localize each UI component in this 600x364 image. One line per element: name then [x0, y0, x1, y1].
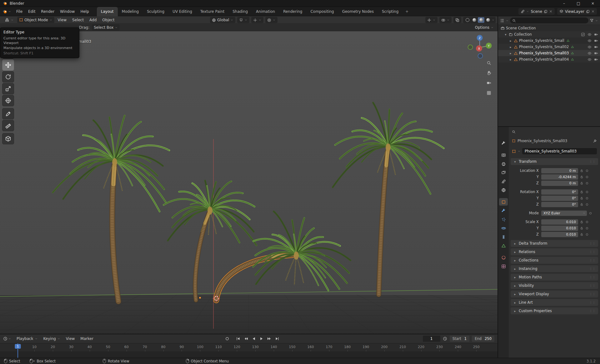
pan-button[interactable]	[485, 69, 493, 77]
number-field[interactable]: -0.4244 m	[541, 174, 578, 180]
workspace-tab-rendering[interactable]: Rendering	[279, 7, 306, 16]
workspace-tab-uv-editing[interactable]: UV Editing	[168, 7, 196, 16]
outliner-row-object[interactable]: ▸Phoenix_Sylvestris_Small02	[498, 44, 600, 50]
drag-mode-selector[interactable]: Select Box	[92, 24, 120, 31]
editor-type-button[interactable]	[2, 17, 17, 23]
viewport-menu-view[interactable]: View	[55, 17, 69, 23]
outliner-row-object[interactable]: ▸Phoenix_Sylvestris_Small	[498, 37, 600, 44]
properties-tab-object-data[interactable]	[499, 242, 508, 249]
number-field[interactable]: 0°	[541, 202, 578, 207]
section-collections[interactable]: ▸Collections⋮⋮	[511, 257, 598, 264]
properties-tab-material[interactable]	[499, 254, 508, 261]
lock-icon[interactable]	[580, 220, 583, 224]
new-view-layer-icon[interactable]	[586, 10, 590, 13]
number-field[interactable]: 0.010	[541, 226, 578, 231]
show-overlays-toggle[interactable]	[439, 17, 452, 23]
chevron-down-icon[interactable]	[518, 150, 521, 153]
outliner-row-object[interactable]: ▸Phoenix_Sylvestris_Small03	[498, 50, 600, 56]
navigation-gizmo[interactable]: Z Y X	[467, 33, 493, 60]
animate-decorator[interactable]	[586, 176, 588, 178]
lock-icon[interactable]	[580, 175, 583, 179]
snap-target-selector[interactable]	[251, 17, 263, 23]
add-cube-tool-button[interactable]	[2, 133, 14, 144]
proportional-editing-toggle[interactable]	[265, 17, 278, 23]
lock-icon[interactable]	[580, 233, 583, 236]
properties-tab-constraints[interactable]	[499, 233, 508, 241]
number-field[interactable]: 0 m	[541, 181, 578, 186]
workspace-tab-texture-paint[interactable]: Texture Paint	[196, 7, 228, 16]
lock-icon[interactable]	[580, 203, 583, 206]
animate-decorator[interactable]	[586, 203, 588, 206]
pin-icon[interactable]	[593, 139, 597, 143]
eye-icon[interactable]	[588, 57, 592, 62]
section-instancing[interactable]: ▸Instancing⋮⋮	[511, 265, 598, 272]
animate-decorator[interactable]	[586, 170, 588, 172]
shading-material-preview-button[interactable]	[478, 17, 484, 23]
properties-tab-scene[interactable]	[499, 177, 508, 185]
outliner-search-input[interactable]	[510, 17, 588, 23]
timeline-ruler[interactable]: 1020304050607080901001101201301401501601…	[0, 343, 498, 358]
animate-decorator[interactable]	[586, 191, 588, 193]
orthographic-toggle-button[interactable]	[485, 89, 493, 97]
timeline-channel-area[interactable]	[0, 352, 498, 358]
number-field[interactable]: 0 m	[541, 168, 578, 173]
shading-wireframe-button[interactable]	[464, 17, 471, 23]
transform-section-header[interactable]: ▾ Transform ⋮⋮	[511, 158, 598, 165]
camera-icon[interactable]	[594, 51, 598, 55]
frame-start-field[interactable]: Start 1	[450, 336, 469, 342]
section-motion-paths[interactable]: ▸Motion Paths⋮⋮	[511, 274, 598, 281]
remove-view-layer-icon[interactable]	[591, 10, 595, 13]
number-field[interactable]: 0°	[541, 189, 578, 195]
properties-search[interactable]	[512, 129, 596, 135]
transform-tool-button[interactable]	[2, 95, 14, 106]
eye-icon[interactable]	[588, 39, 592, 43]
number-field[interactable]: 0°	[541, 196, 578, 201]
maximize-button[interactable]: □	[571, 0, 586, 7]
previous-keyframe-button[interactable]	[242, 336, 249, 342]
frame-end-field[interactable]: End 250	[472, 336, 494, 342]
properties-tab-world[interactable]	[499, 186, 508, 194]
timeline-menu-marker[interactable]: Marker	[78, 336, 96, 342]
close-button[interactable]: ×	[586, 0, 600, 7]
outliner-row-collection[interactable]: ▾Collection	[498, 31, 600, 37]
workspace-tab-compositing[interactable]: Compositing	[306, 7, 338, 16]
object-name-field[interactable]: Phoenix_Sylvestris_Small03	[522, 148, 597, 154]
viewport-canvas[interactable]: mall03 Z Y X	[0, 31, 498, 334]
number-field[interactable]: 0.010	[541, 219, 578, 225]
add-workspace-button[interactable]: +	[402, 7, 411, 16]
animate-decorator[interactable]	[586, 197, 588, 199]
breadcrumb-object-name[interactable]: Phoenix_Sylvestris_Small03	[518, 139, 567, 143]
scene-selector[interactable]: Scene	[518, 8, 555, 15]
properties-tab-particles[interactable]	[499, 216, 508, 223]
section-visibility[interactable]: ▸Visibility⋮⋮	[511, 282, 598, 289]
menu-window[interactable]: Window	[57, 8, 78, 15]
animate-decorator[interactable]	[586, 182, 588, 184]
lock-icon[interactable]	[580, 182, 583, 185]
timeline-editor-icon[interactable]	[3, 337, 8, 341]
play-reverse-button[interactable]	[250, 336, 257, 342]
unlink-scene-icon[interactable]	[549, 10, 552, 13]
next-keyframe-button[interactable]	[266, 336, 273, 342]
menu-edit[interactable]: Edit	[25, 8, 38, 15]
properties-tab-render[interactable]	[499, 151, 508, 159]
eye-icon[interactable]	[588, 32, 592, 37]
snapping-toggle[interactable]	[237, 17, 249, 23]
workspace-tab-sculpting[interactable]: Sculpting	[143, 7, 168, 16]
animate-decorator[interactable]	[586, 233, 588, 236]
rotation-mode-dropdown[interactable]: XYZ Euler	[541, 211, 587, 216]
measure-tool-button[interactable]	[2, 120, 14, 131]
minimize-button[interactable]: –	[557, 0, 571, 7]
animate-decorator[interactable]	[586, 221, 588, 223]
animate-decorator[interactable]	[589, 212, 592, 214]
timeline-menu-playback[interactable]: Playback	[14, 336, 41, 342]
transform-orientation-selector[interactable]: Global	[210, 17, 235, 23]
outliner-row-object[interactable]: ▸Phoenix_Sylvestris_Small04	[498, 56, 600, 62]
filter-icon[interactable]	[590, 18, 594, 22]
menu-render[interactable]: Render	[38, 8, 57, 15]
lock-icon[interactable]	[580, 197, 583, 200]
animate-decorator[interactable]	[586, 227, 588, 229]
workspace-tab-geometry-nodes[interactable]: Geometry Nodes	[338, 7, 378, 16]
workspace-tab-modeling[interactable]: Modeling	[118, 7, 143, 16]
playhead[interactable]: 1	[18, 343, 18, 358]
auto-key-button[interactable]	[224, 336, 231, 342]
